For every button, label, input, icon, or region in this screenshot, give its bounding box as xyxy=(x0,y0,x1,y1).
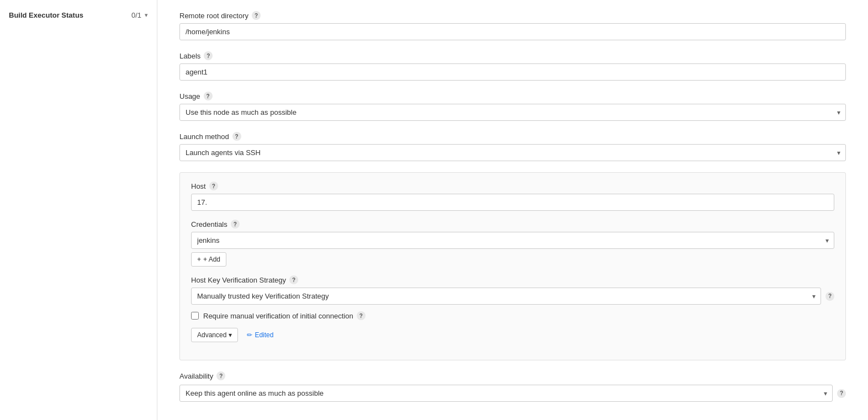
host-key-select-inner: Manually trusted key Verification Strate… xyxy=(191,288,821,305)
sidebar: Build Executor Status 0/1 ▾ xyxy=(0,0,157,420)
advanced-row: Advanced ▾ ✏ Edited xyxy=(191,328,834,342)
availability-select[interactable]: Keep this agent online as much as possib… xyxy=(179,385,833,402)
launch-method-select[interactable]: Launch agents via SSH Launch agent by co… xyxy=(179,144,846,161)
sidebar-badge: 0/1 ▾ xyxy=(131,11,148,19)
availability-select-wrapper: Keep this agent online as much as possib… xyxy=(179,385,833,402)
usage-label: Usage ? xyxy=(179,92,846,100)
remote-root-directory-label: Remote root directory ? xyxy=(179,11,846,20)
launch-method-group: Launch method ? Launch agents via SSH La… xyxy=(179,132,846,161)
add-credentials-button[interactable]: + + Add xyxy=(191,252,226,267)
build-executor-count: 0/1 xyxy=(131,11,141,19)
add-icon: + xyxy=(197,256,201,263)
host-key-group: Host Key Verification Strategy ? Manuall… xyxy=(191,275,834,342)
advanced-button[interactable]: Advanced ▾ xyxy=(191,328,238,342)
host-key-outer-help-icon[interactable]: ? xyxy=(825,292,834,301)
launch-method-select-wrapper: Launch agents via SSH Launch agent by co… xyxy=(179,144,846,161)
host-key-help-icon[interactable]: ? xyxy=(289,275,298,284)
usage-select-wrapper: Use this node as much as possible Only b… xyxy=(179,104,846,121)
labels-label: Labels ? xyxy=(179,51,846,60)
remote-root-directory-input[interactable] xyxy=(179,23,846,40)
labels-group: Labels ? xyxy=(179,51,846,81)
launch-method-label: Launch method ? xyxy=(179,132,846,141)
sidebar-item-build-executor[interactable]: Build Executor Status 0/1 ▾ xyxy=(0,6,157,25)
credentials-group: Credentials ? jenkins none ▾ + + Add xyxy=(191,220,834,267)
ssh-nested-section: Host ? Credentials ? jenkins none ▾ + + … xyxy=(179,172,846,360)
credentials-label: Credentials ? xyxy=(191,220,834,228)
add-button-label: + Add xyxy=(203,256,220,263)
sidebar-item-label: Build Executor Status xyxy=(9,11,83,19)
advanced-chevron-icon: ▾ xyxy=(229,331,232,339)
edit-pencil-icon: ✏ xyxy=(247,331,252,339)
remote-root-directory-group: Remote root directory ? xyxy=(179,11,846,40)
require-manual-verification-checkbox[interactable] xyxy=(191,312,199,320)
host-input[interactable] xyxy=(191,194,834,211)
credentials-help-icon[interactable]: ? xyxy=(231,220,240,228)
host-key-label: Host Key Verification Strategy ? xyxy=(191,275,834,284)
host-key-select-wrapper: Manually trusted key Verification Strate… xyxy=(191,288,834,305)
sidebar-chevron-icon: ▾ xyxy=(145,12,148,19)
advanced-button-label: Advanced xyxy=(197,331,226,339)
edited-text: Edited xyxy=(255,331,273,339)
usage-group: Usage ? Use this node as much as possibl… xyxy=(179,92,846,121)
credentials-select[interactable]: jenkins none xyxy=(191,232,834,249)
usage-help-icon[interactable]: ? xyxy=(204,92,213,100)
require-manual-verification-label: Require manual verification of initial c… xyxy=(203,311,366,320)
host-group: Host ? xyxy=(191,182,834,211)
labels-help-icon[interactable]: ? xyxy=(204,51,213,60)
host-key-select[interactable]: Manually trusted key Verification Strate… xyxy=(191,288,821,305)
launch-method-help-icon[interactable]: ? xyxy=(232,132,241,141)
remote-root-directory-help-icon[interactable]: ? xyxy=(252,11,261,20)
main-content: Remote root directory ? Labels ? Usage ?… xyxy=(157,0,868,420)
availability-label: Availability ? xyxy=(179,371,846,380)
edited-label[interactable]: ✏ Edited xyxy=(247,331,273,339)
labels-input[interactable] xyxy=(179,63,846,81)
require-manual-verification-help-icon[interactable]: ? xyxy=(357,311,366,320)
availability-outer-help-icon[interactable]: ? xyxy=(837,389,846,398)
availability-help-icon[interactable]: ? xyxy=(216,371,225,380)
availability-group: Availability ? Keep this agent online as… xyxy=(179,371,846,402)
availability-section: Keep this agent online as much as possib… xyxy=(179,385,846,402)
host-help-icon[interactable]: ? xyxy=(209,182,218,190)
host-label: Host ? xyxy=(191,182,834,190)
usage-select[interactable]: Use this node as much as possible Only b… xyxy=(179,104,846,121)
require-manual-verification-row: Require manual verification of initial c… xyxy=(191,311,834,320)
credentials-select-wrapper: jenkins none ▾ xyxy=(191,232,834,249)
